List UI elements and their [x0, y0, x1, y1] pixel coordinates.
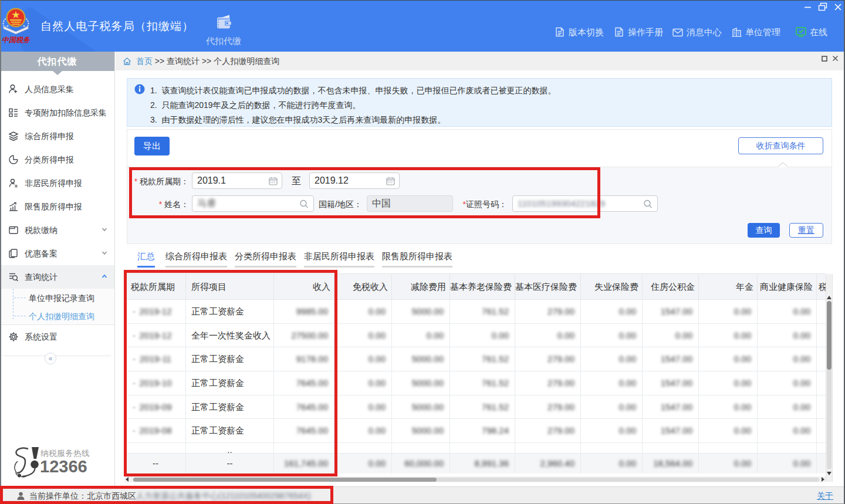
- svg-text:中国税务: 中国税务: [2, 36, 31, 44]
